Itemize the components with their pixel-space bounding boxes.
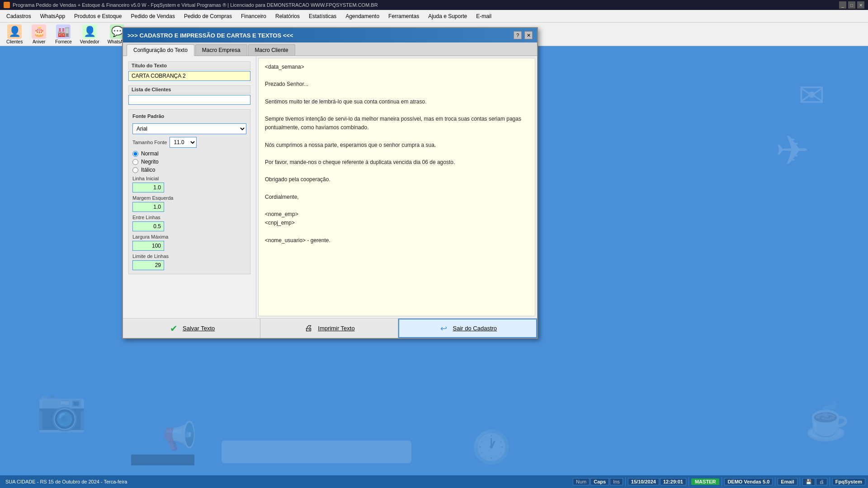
dialog-close-button[interactable]: ✕ [524,31,533,39]
status-sep-5 [800,477,800,486]
menu-financeiro[interactable]: Financeiro [236,11,271,21]
menu-ferramentas[interactable]: Ferramentas [384,11,424,21]
tamanho-fonte-select[interactable]: 11.0 8.0 10.0 12.0 [170,137,197,148]
lista-clientes-select[interactable] [128,95,250,105]
close-button[interactable]: ✕ [857,1,864,9]
titulo-label: Título do Texto [128,61,250,70]
menu-cadastros[interactable]: Cadastros [2,11,36,21]
margem-esquerda-label: Margem Esquerda [132,195,246,201]
lista-clientes-label: Lista de Clientes [128,85,250,94]
style-radio-group: Normal Negrito Itálico [132,150,246,173]
ins-badge: Ins [610,478,623,485]
print-text-button[interactable]: 🖨 Imprimir Texto [260,319,398,338]
menu-produtos[interactable]: Produtos e Estoque [70,11,126,21]
radio-italico[interactable]: Itálico [132,167,246,173]
exit-text-label: Sair do Cadastro [453,325,497,332]
dialog-title: >>> CADASTRO E IMPRESSÃO DE CARTAS E TEX… [127,32,293,39]
margem-esquerda-group: Margem Esquerda [132,195,246,212]
right-panel [256,56,537,318]
largura-maxima-group: Largura Máxima [132,234,246,251]
entre-linhas-group: Entre Linhas [132,215,246,231]
menu-pedido-vendas[interactable]: Pedido de Vendas [126,11,179,21]
tamanho-fonte-label: Tamanho Fonte [132,140,167,145]
status-icon-1: 💾 [802,478,815,486]
num-badge: Num [573,478,590,485]
tab-macro-empresa[interactable]: Macro Empresa [195,44,247,56]
menu-pedido-compras[interactable]: Pedido de Compras [179,11,236,21]
tamanho-fonte-row: Tamanho Fonte 11.0 8.0 10.0 12.0 [132,137,246,148]
email-badge: Email [778,478,797,485]
status-right-group: Num Caps Ins 15/10/2024 12:29:01 MASTER … [570,477,868,486]
status-sep-2 [689,477,689,486]
menu-relatorios[interactable]: Relatórios [271,11,304,21]
status-sep-3 [722,477,722,486]
menu-agendamento[interactable]: Agendamento [341,11,384,21]
lista-clientes-field-group: Lista de Clientes [128,85,250,105]
bg-clock-icon: 🕐 [472,428,511,465]
dialog: >>> CADASTRO E IMPRESSÃO DE CARTAS E TEX… [122,27,538,339]
linha-inicial-label: Linha Inicial [132,176,246,181]
save-text-button[interactable]: ✔ Salvar Texto [123,319,260,338]
save-icon: ✔ [168,323,179,334]
dialog-body: Título do Texto Lista de Clientes Fonte … [123,56,537,318]
toolbar-clientes[interactable]: 👤 Clientes [4,23,25,45]
time-badge: 12:29:01 [660,478,686,485]
print-icon: 🖨 [303,323,314,334]
linha-inicial-group: Linha Inicial [132,176,246,192]
fonte-padrao-select[interactable]: Arial Times New Roman Courier New [132,123,246,134]
titulo-field-group: Título do Texto [128,61,250,81]
minimize-button[interactable]: _ [839,1,846,9]
maximize-button[interactable]: □ [848,1,855,9]
save-text-label: Salvar Texto [183,325,215,332]
entre-linhas-input[interactable] [132,221,164,231]
menu-estatisticas[interactable]: Estatísticas [304,11,341,21]
toolbar-fornece[interactable]: 🏭 Fornece [52,23,75,45]
window-controls: _ □ ✕ [839,1,864,9]
status-sep-1 [625,477,626,486]
dialog-footer: ✔ Salvar Texto 🖨 Imprimir Texto ↩ Sair d… [123,318,537,338]
app-icon [4,2,10,8]
titulo-input[interactable] [128,71,250,81]
exit-cadastro-button[interactable]: ↩ Sair do Cadastro [398,319,537,338]
menu-whatsapp[interactable]: WhatsApp [36,11,70,21]
print-text-label: Imprimir Texto [318,325,354,332]
menu-email[interactable]: E-mail [472,11,496,21]
bg-camera-icon: 📷 [36,386,87,434]
status-bar: SUA CIDADE - RS 15 de Outubro de 2024 - … [0,475,868,488]
caps-badge: Caps [590,478,609,485]
exit-icon: ↩ [439,323,449,334]
toolbar-vendedor[interactable]: 👤 Vendedor [77,23,102,45]
status-city-date: SUA CIDADE - RS 15 de Outubro de 2024 - … [0,479,570,484]
margem-esquerda-input[interactable] [132,202,164,212]
title-bar: Programa Pedido de Vendas + Estoque & Fi… [0,0,868,10]
left-panel: Título do Texto Lista de Clientes Fonte … [123,56,256,318]
demo-badge: DEMO Vendas 5.0 [724,478,773,485]
bg-paper-plane-icon: ✈ [775,127,809,174]
dialog-help-button[interactable]: ? [514,31,522,39]
largura-maxima-label: Largura Máxima [132,234,246,239]
linha-inicial-input[interactable] [132,183,164,192]
bg-monitor-decor [131,455,194,465]
largura-maxima-input[interactable] [132,241,164,251]
system-badge: FpqSystem [832,478,865,485]
tab-macro-cliente[interactable]: Macro Cliente [248,44,295,56]
bg-mug-icon: ☕ [805,400,850,443]
dialog-tabs: Configuração do Texto Macro Empresa Macr… [123,42,537,56]
limite-linhas-input[interactable] [132,260,164,270]
bg-envelope-icon: ✉ [798,77,825,114]
tab-config[interactable]: Configuração do Texto [127,44,194,56]
radio-negrito[interactable]: Negrito [132,159,246,165]
radio-normal[interactable]: Normal [132,150,246,157]
master-badge: MASTER [691,479,719,485]
date-badge: 15/10/2024 [628,478,659,485]
entre-linhas-label: Entre Linhas [132,215,246,220]
menu-ajuda[interactable]: Ajuda e Suporte [424,11,472,21]
toolbar-aniver[interactable]: 🎂 Aniver [28,23,50,45]
menu-bar: Cadastros WhatsApp Produtos e Estoque Pe… [0,10,868,23]
limite-linhas-label: Limite de Linhas [132,253,246,259]
fonte-padrao-title: Fonte Padrão [132,113,246,119]
text-editor[interactable] [258,58,535,316]
dialog-title-bar: >>> CADASTRO E IMPRESSÃO DE CARTAS E TEX… [123,28,537,42]
bg-keyboard-decor [222,441,411,463]
status-sep-6 [830,477,830,486]
